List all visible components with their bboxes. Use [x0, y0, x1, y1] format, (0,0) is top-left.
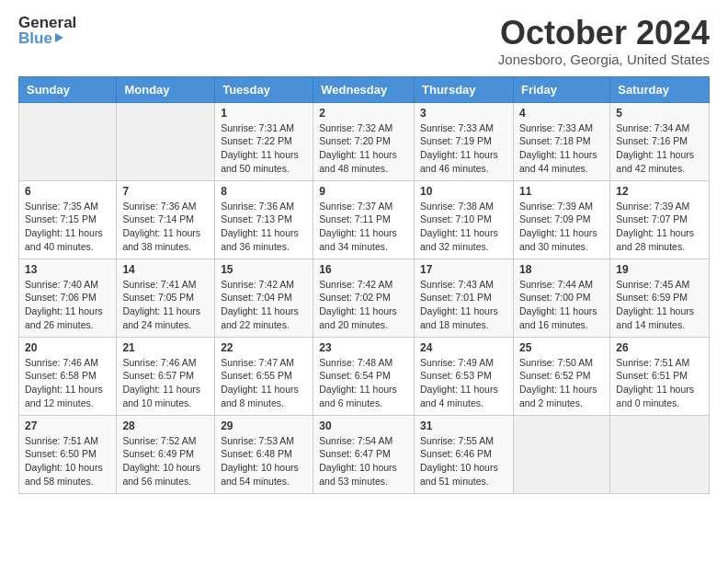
logo-blue-text: Blue [18, 30, 52, 46]
calendar-cell: 30Sunrise: 7:54 AMSunset: 6:47 PMDayligh… [313, 415, 415, 493]
day-info: Sunrise: 7:52 AMSunset: 6:49 PMDaylight:… [122, 434, 209, 488]
day-number: 9 [319, 185, 408, 198]
calendar-cell: 28Sunrise: 7:52 AMSunset: 6:49 PMDayligh… [117, 415, 215, 493]
day-number: 25 [519, 341, 604, 354]
day-number: 7 [122, 185, 209, 198]
day-number: 2 [319, 107, 408, 120]
day-info: Sunrise: 7:38 AMSunset: 7:10 PMDaylight:… [420, 200, 507, 254]
day-number: 31 [420, 419, 507, 432]
calendar-cell: 4Sunrise: 7:33 AMSunset: 7:18 PMDaylight… [513, 102, 609, 180]
logo-text: General Blue [18, 15, 76, 46]
day-info: Sunrise: 7:31 AMSunset: 7:22 PMDaylight:… [221, 121, 307, 176]
day-info: Sunrise: 7:46 AMSunset: 6:58 PMDaylight:… [25, 356, 110, 410]
calendar-header-thursday: Thursday [415, 76, 514, 102]
day-number: 29 [221, 419, 307, 432]
day-number: 17 [420, 263, 507, 276]
logo-triangle-icon [55, 33, 63, 42]
calendar-cell [610, 415, 710, 493]
day-number: 15 [221, 263, 307, 276]
day-number: 14 [122, 263, 209, 276]
day-number: 19 [616, 263, 703, 276]
calendar-header-friday: Friday [513, 76, 609, 102]
calendar-cell: 21Sunrise: 7:46 AMSunset: 6:57 PMDayligh… [117, 337, 215, 415]
day-number: 18 [519, 263, 604, 276]
calendar-cell: 27Sunrise: 7:51 AMSunset: 6:50 PMDayligh… [19, 415, 117, 493]
day-info: Sunrise: 7:53 AMSunset: 6:48 PMDaylight:… [221, 434, 307, 488]
day-info: Sunrise: 7:47 AMSunset: 6:55 PMDaylight:… [221, 356, 307, 410]
month-title: October 2024 [498, 15, 710, 52]
calendar-cell: 20Sunrise: 7:46 AMSunset: 6:58 PMDayligh… [19, 337, 117, 415]
calendar-cell: 14Sunrise: 7:41 AMSunset: 7:05 PMDayligh… [117, 259, 215, 337]
calendar-cell: 8Sunrise: 7:36 AMSunset: 7:13 PMDaylight… [215, 180, 313, 259]
day-info: Sunrise: 7:41 AMSunset: 7:05 PMDaylight:… [122, 278, 209, 332]
day-info: Sunrise: 7:46 AMSunset: 6:57 PMDaylight:… [122, 356, 209, 410]
calendar-week-5: 27Sunrise: 7:51 AMSunset: 6:50 PMDayligh… [19, 415, 710, 493]
calendar-cell: 24Sunrise: 7:49 AMSunset: 6:53 PMDayligh… [415, 337, 514, 415]
calendar-cell: 10Sunrise: 7:38 AMSunset: 7:10 PMDayligh… [415, 180, 514, 259]
calendar-cell: 2Sunrise: 7:32 AMSunset: 7:20 PMDaylight… [313, 102, 415, 180]
logo-line2: Blue [18, 30, 76, 46]
day-info: Sunrise: 7:36 AMSunset: 7:14 PMDaylight:… [122, 200, 209, 254]
day-number: 10 [420, 185, 507, 198]
day-info: Sunrise: 7:49 AMSunset: 6:53 PMDaylight:… [420, 356, 507, 410]
calendar-cell: 6Sunrise: 7:35 AMSunset: 7:15 PMDaylight… [19, 180, 117, 259]
header: General Blue October 2024 Jonesboro, Geo… [18, 15, 710, 67]
day-number: 5 [616, 107, 703, 120]
calendar-cell: 13Sunrise: 7:40 AMSunset: 7:06 PMDayligh… [19, 259, 117, 337]
calendar-header-saturday: Saturday [610, 76, 710, 102]
calendar-header-sunday: Sunday [19, 76, 117, 102]
calendar-cell: 31Sunrise: 7:55 AMSunset: 6:46 PMDayligh… [415, 415, 514, 493]
day-info: Sunrise: 7:44 AMSunset: 7:00 PMDaylight:… [519, 278, 604, 332]
calendar-cell: 17Sunrise: 7:43 AMSunset: 7:01 PMDayligh… [415, 259, 514, 337]
day-info: Sunrise: 7:36 AMSunset: 7:13 PMDaylight:… [221, 200, 307, 254]
calendar-header-row: SundayMondayTuesdayWednesdayThursdayFrid… [19, 76, 710, 102]
calendar-cell: 22Sunrise: 7:47 AMSunset: 6:55 PMDayligh… [215, 337, 313, 415]
day-number: 20 [25, 341, 110, 354]
day-number: 6 [25, 185, 110, 198]
day-info: Sunrise: 7:54 AMSunset: 6:47 PMDaylight:… [319, 434, 408, 488]
day-info: Sunrise: 7:39 AMSunset: 7:09 PMDaylight:… [519, 200, 604, 254]
calendar-header-tuesday: Tuesday [215, 76, 313, 102]
day-number: 1 [221, 107, 307, 120]
calendar-week-2: 6Sunrise: 7:35 AMSunset: 7:15 PMDaylight… [19, 180, 710, 259]
day-number: 4 [519, 107, 604, 120]
logo-line1: General [18, 15, 76, 30]
day-info: Sunrise: 7:35 AMSunset: 7:15 PMDaylight:… [25, 200, 110, 254]
day-number: 22 [221, 341, 307, 354]
day-info: Sunrise: 7:37 AMSunset: 7:11 PMDaylight:… [319, 200, 408, 254]
day-number: 16 [319, 263, 408, 276]
day-info: Sunrise: 7:42 AMSunset: 7:04 PMDaylight:… [221, 278, 307, 332]
day-info: Sunrise: 7:45 AMSunset: 6:59 PMDaylight:… [616, 278, 703, 332]
day-number: 28 [122, 419, 209, 432]
day-info: Sunrise: 7:39 AMSunset: 7:07 PMDaylight:… [616, 200, 703, 254]
calendar-cell: 3Sunrise: 7:33 AMSunset: 7:19 PMDaylight… [415, 102, 514, 180]
calendar-cell [117, 102, 215, 180]
calendar-cell [19, 102, 117, 180]
calendar-week-3: 13Sunrise: 7:40 AMSunset: 7:06 PMDayligh… [19, 259, 710, 337]
title-block: October 2024 Jonesboro, Georgia, United … [498, 15, 710, 67]
calendar-cell: 25Sunrise: 7:50 AMSunset: 6:52 PMDayligh… [513, 337, 609, 415]
calendar-week-1: 1Sunrise: 7:31 AMSunset: 7:22 PMDaylight… [19, 102, 710, 180]
calendar-cell: 12Sunrise: 7:39 AMSunset: 7:07 PMDayligh… [610, 180, 710, 259]
day-info: Sunrise: 7:43 AMSunset: 7:01 PMDaylight:… [420, 278, 507, 332]
day-number: 24 [420, 341, 507, 354]
day-number: 26 [616, 341, 703, 354]
calendar-cell: 5Sunrise: 7:34 AMSunset: 7:16 PMDaylight… [610, 102, 710, 180]
calendar-week-4: 20Sunrise: 7:46 AMSunset: 6:58 PMDayligh… [19, 337, 710, 415]
day-info: Sunrise: 7:33 AMSunset: 7:18 PMDaylight:… [519, 121, 604, 176]
calendar-cell: 23Sunrise: 7:48 AMSunset: 6:54 PMDayligh… [313, 337, 415, 415]
calendar-cell: 7Sunrise: 7:36 AMSunset: 7:14 PMDaylight… [117, 180, 215, 259]
calendar-cell: 11Sunrise: 7:39 AMSunset: 7:09 PMDayligh… [513, 180, 609, 259]
page: General Blue October 2024 Jonesboro, Geo… [0, 0, 728, 509]
day-number: 13 [25, 263, 110, 276]
day-info: Sunrise: 7:40 AMSunset: 7:06 PMDaylight:… [25, 278, 110, 332]
day-info: Sunrise: 7:42 AMSunset: 7:02 PMDaylight:… [319, 278, 408, 332]
day-info: Sunrise: 7:32 AMSunset: 7:20 PMDaylight:… [319, 121, 408, 176]
calendar-cell: 18Sunrise: 7:44 AMSunset: 7:00 PMDayligh… [513, 259, 609, 337]
day-number: 30 [319, 419, 408, 432]
calendar-cell: 19Sunrise: 7:45 AMSunset: 6:59 PMDayligh… [610, 259, 710, 337]
day-info: Sunrise: 7:33 AMSunset: 7:19 PMDaylight:… [420, 121, 507, 176]
calendar-cell: 26Sunrise: 7:51 AMSunset: 6:51 PMDayligh… [610, 337, 710, 415]
calendar-cell [513, 415, 609, 493]
calendar-cell: 29Sunrise: 7:53 AMSunset: 6:48 PMDayligh… [215, 415, 313, 493]
